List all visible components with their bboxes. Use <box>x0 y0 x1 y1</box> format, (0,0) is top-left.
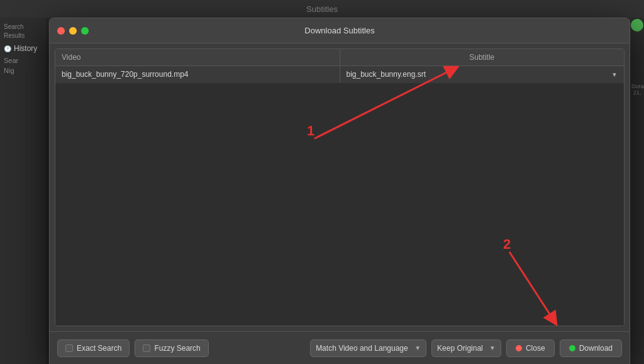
match-select[interactable]: Match Video and Language <box>316 344 411 353</box>
history-icon: 🕐 <box>4 45 11 52</box>
col-subtitle-header: Subtitle <box>340 49 625 65</box>
table-row[interactable]: big_buck_bunny_720p_surround.mp4 big_buc… <box>55 66 624 83</box>
fuzzy-search-button[interactable]: Fuzzy Search <box>135 339 208 357</box>
sidebar-search-results: Search Results <box>0 18 47 42</box>
exact-search-button[interactable]: Exact Search <box>57 339 130 357</box>
match-dropdown-arrow: ▼ <box>414 344 421 351</box>
table-header: Video Subtitle <box>55 49 624 66</box>
window-controls <box>57 27 89 35</box>
video-cell: big_buck_bunny_720p_surround.mp4 <box>55 66 340 82</box>
col-video-header: Video <box>55 49 340 65</box>
close-button[interactable]: Close <box>506 339 555 357</box>
subtitle-dropdown-arrow[interactable]: ▼ <box>611 71 618 78</box>
table-body: big_buck_bunny_720p_surround.mp4 big_buc… <box>55 66 624 326</box>
subtitle-filename: big_buck_bunny.eng.srt <box>347 70 426 79</box>
keep-select[interactable]: Keep Original <box>437 344 486 353</box>
modal-title: Download Subtitles <box>304 26 374 35</box>
app-titlebar: Subtitles <box>0 0 644 18</box>
duration-value: 21, <box>630 89 644 96</box>
close-button-dot <box>516 345 522 351</box>
exact-search-icon <box>65 344 73 352</box>
duration-label: Dura <box>630 33 644 89</box>
subtitle-table: Video Subtitle big_buck_bunny_720p_surro… <box>55 48 625 326</box>
sidebar-search-item: Sear <box>0 55 47 65</box>
sidebar-night-item: Nig <box>0 65 47 76</box>
app-title: Subtitles <box>306 4 338 14</box>
download-button[interactable]: Download <box>560 339 622 357</box>
maximize-window-dot[interactable] <box>81 27 89 35</box>
keep-dropdown-arrow: ▼ <box>489 344 496 351</box>
avatar <box>631 19 643 31</box>
subtitle-cell: big_buck_bunny.eng.srt ▼ <box>340 66 625 82</box>
match-dropdown[interactable]: Match Video and Language ▼ <box>310 339 426 357</box>
sidebar: Search Results 🕐 History Sear Nig <box>0 18 47 364</box>
download-subtitles-modal: Download Subtitles Video Subtitle big_bu… <box>49 18 630 364</box>
sidebar-history-item[interactable]: 🕐 History <box>0 42 47 55</box>
minimize-window-dot[interactable] <box>69 27 77 35</box>
close-window-dot[interactable] <box>57 27 65 35</box>
download-button-dot <box>569 345 575 351</box>
keep-dropdown[interactable]: Keep Original ▼ <box>431 339 501 357</box>
bottom-toolbar: Exact Search Fuzzy Search Match Video an… <box>50 331 630 364</box>
right-panel: Dura 21, <box>630 18 644 364</box>
modal-titlebar: Download Subtitles <box>50 18 630 43</box>
sidebar-history-label: History <box>14 44 37 53</box>
fuzzy-search-icon <box>143 344 150 352</box>
